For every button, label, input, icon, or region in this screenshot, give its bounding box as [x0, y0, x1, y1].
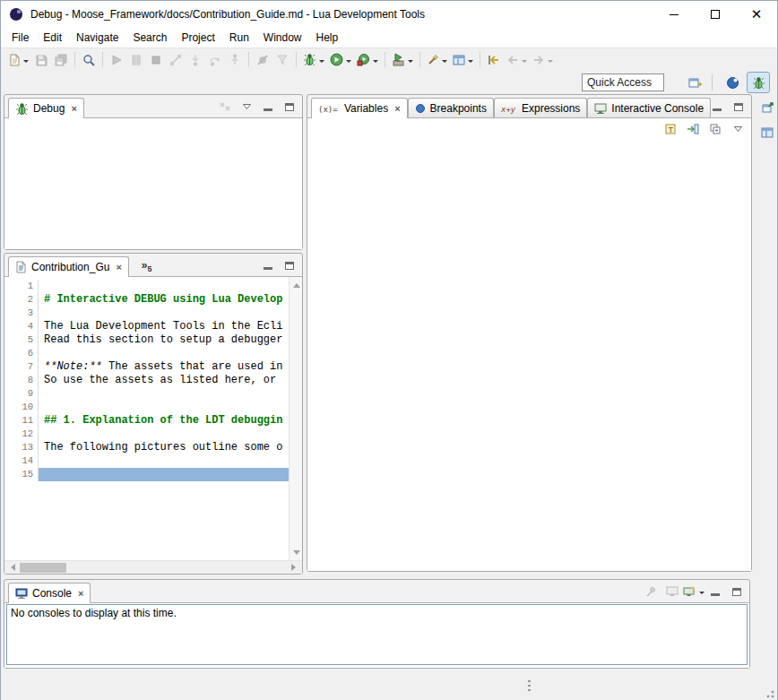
close-tab-icon[interactable]: × [394, 103, 400, 114]
editor-tab-overflow[interactable]: »5 [142, 259, 152, 276]
skip-all-breakpoints-button[interactable] [253, 50, 272, 70]
tab-variables[interactable]: (x)=Variables× [311, 98, 408, 118]
view-menu-button[interactable] [238, 99, 255, 115]
editor-line-10[interactable]: 10 [4, 401, 289, 414]
maximize-window-button[interactable] [695, 1, 736, 28]
window-resize-grip[interactable] [764, 687, 774, 698]
editor-line-3[interactable]: 3 [4, 307, 289, 320]
maximize-button[interactable] [728, 583, 746, 600]
debug-button[interactable] [300, 50, 327, 70]
minimize-button[interactable] [259, 99, 277, 115]
editor-line-11[interactable]: 11## 1. Explanation of the LDT debuggin [4, 414, 289, 428]
new-button[interactable] [5, 50, 31, 70]
close-window-button[interactable]: ✕ [736, 1, 777, 28]
quick-access-box[interactable]: Quick Access [582, 73, 664, 91]
minimized-view-stack-button[interactable] [757, 123, 777, 143]
menu-help[interactable]: Help [309, 29, 346, 47]
statusbar-grip[interactable] [528, 679, 531, 694]
menu-edit[interactable]: Edit [36, 29, 69, 47]
editor-line-15[interactable]: 15 [4, 468, 289, 481]
dropdown-arrow-icon[interactable] [319, 60, 324, 65]
tab-debug[interactable]: Debug × [8, 98, 84, 118]
tab-interactive-console[interactable]: Interactive Console [587, 98, 711, 117]
tab-console[interactable]: Console × [8, 583, 91, 603]
open-perspective-button[interactable] [683, 72, 706, 93]
editor-horizontal-scrollbar[interactable] [4, 560, 302, 574]
tab-expressions[interactable]: x+yExpressions [494, 98, 587, 117]
restore-minimized-view-button[interactable] [757, 98, 777, 117]
minimize-window-button[interactable] [653, 1, 695, 28]
dropdown-arrow-icon[interactable] [23, 60, 29, 65]
show-type-names-button[interactable]: T [661, 121, 679, 137]
scroll-right-icon[interactable] [289, 561, 302, 575]
scrollbar-thumb[interactable] [20, 563, 66, 573]
close-tab-icon[interactable]: × [78, 588, 83, 599]
scroll-down-icon[interactable] [290, 548, 302, 560]
disconnect-button[interactable] [166, 50, 186, 70]
step-return-button[interactable] [225, 50, 245, 70]
editor-line-12[interactable]: 12 [4, 428, 289, 441]
tab-breakpoints[interactable]: Breakpoints [408, 98, 494, 117]
show-logical-structures-button[interactable] [684, 121, 702, 137]
maximize-button[interactable] [730, 99, 748, 115]
pin-console-button[interactable] [642, 583, 660, 600]
menu-project[interactable]: Project [174, 29, 221, 47]
maximize-button[interactable] [281, 257, 298, 273]
scroll-up-icon[interactable] [290, 277, 302, 290]
scroll-left-icon[interactable] [4, 561, 18, 575]
editor-line-2[interactable]: 2# Interactive DEBUG using Lua Develop [4, 293, 289, 307]
use-step-filters-button[interactable] [272, 50, 292, 70]
minimize-button[interactable] [259, 257, 277, 273]
editor-line-6[interactable]: 6 [4, 347, 289, 360]
open-view-button[interactable] [450, 50, 476, 70]
dropdown-arrow-icon[interactable] [699, 592, 705, 597]
collapse-all-button[interactable] [706, 121, 724, 137]
resume-button[interactable] [107, 50, 126, 70]
save-button[interactable] [31, 50, 51, 70]
dropdown-arrow-icon[interactable] [442, 60, 447, 65]
remove-all-terminated-button[interactable] [216, 99, 234, 115]
view-menu-button[interactable] [729, 121, 747, 137]
menu-file[interactable]: File [4, 29, 36, 47]
dropdown-arrow-icon[interactable] [468, 60, 473, 65]
save-all-button[interactable] [51, 50, 71, 70]
editor-line-8[interactable]: 8So use the assets as listed here, or [4, 374, 289, 387]
editor-content[interactable]: 12# Interactive DEBUG using Lua Develop3… [4, 276, 302, 574]
menu-search[interactable]: Search [125, 29, 174, 47]
menu-run[interactable]: Run [222, 29, 256, 47]
dropdown-arrow-icon[interactable] [373, 60, 378, 65]
menu-window[interactable]: Window [256, 29, 309, 47]
dropdown-arrow-icon[interactable] [522, 60, 527, 65]
dropdown-arrow-icon[interactable] [408, 60, 413, 65]
tab-contribution-guide[interactable]: Contribution_Gu × [8, 256, 129, 277]
terminate-button[interactable] [146, 50, 166, 70]
run-last-launched-button[interactable] [354, 50, 381, 70]
menu-navigate[interactable]: Navigate [69, 29, 125, 47]
editor-line-5[interactable]: 5Read this section to setup a debugger [4, 333, 289, 347]
scrollbar-track[interactable] [18, 561, 289, 574]
back-button[interactable] [504, 50, 530, 70]
maximize-button[interactable] [281, 99, 298, 115]
forward-button[interactable] [530, 50, 556, 70]
lua-perspective-button[interactable] [721, 72, 744, 93]
close-tab-icon[interactable]: × [116, 262, 121, 272]
close-tab-icon[interactable]: × [71, 103, 76, 114]
minimize-button[interactable] [706, 583, 724, 600]
console-text-area[interactable]: No consoles to display at this time. [6, 604, 748, 665]
editor-vertical-scrollbar[interactable] [289, 277, 302, 560]
editor-line-7[interactable]: 7**Note:** The assets that are used in [4, 360, 289, 374]
step-into-button[interactable] [186, 50, 205, 70]
display-selected-console-button[interactable] [663, 583, 681, 600]
debug-perspective-button[interactable] [747, 72, 770, 93]
run-button[interactable] [327, 50, 354, 70]
editor-line-4[interactable]: 4The Lua Development Tools in the Ecli [4, 320, 289, 333]
search-button[interactable] [79, 50, 99, 70]
editor-line-9[interactable]: 9 [4, 387, 289, 401]
suspend-button[interactable] [126, 50, 146, 70]
open-console-button[interactable] [685, 583, 703, 600]
editor-line-1[interactable]: 1 [4, 280, 289, 293]
new-wizard-button[interactable] [424, 50, 450, 70]
editor-line-13[interactable]: 13The following pictures outline some o [4, 441, 289, 454]
dropdown-arrow-icon[interactable] [548, 60, 553, 65]
step-over-button[interactable] [205, 50, 225, 70]
